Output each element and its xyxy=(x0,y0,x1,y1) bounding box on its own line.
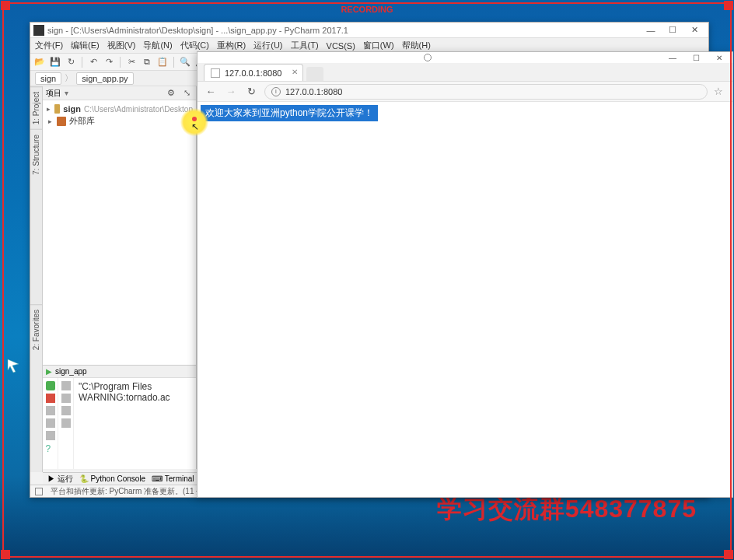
paste-icon[interactable]: 📋 xyxy=(156,56,169,68)
tree-external-label: 外部库 xyxy=(69,115,95,127)
window-title: sign - [C:\Users\Administrator\Desktop\s… xyxy=(47,26,348,35)
browser-titlebar: — ☐ ✕ xyxy=(197,52,732,63)
browser-tab[interactable]: 127.0.0.1:8080 ✕ xyxy=(204,64,303,81)
up-icon[interactable] xyxy=(61,381,71,390)
undo-icon[interactable]: ↶ xyxy=(87,56,100,68)
collapse-icon[interactable]: ⤡ xyxy=(180,87,193,100)
open-icon[interactable]: 📂 xyxy=(33,56,46,68)
recording-label: RECORDING xyxy=(341,5,393,14)
run-output[interactable]: "C:\Program Files WARNING:tornado.ac xyxy=(74,378,196,469)
address-bar[interactable]: i 127.0.0.1:8080 xyxy=(264,84,708,100)
page-icon xyxy=(211,68,220,78)
stop-icon[interactable] xyxy=(46,394,55,403)
run-line2: WARNING:tornado.ac xyxy=(79,392,170,403)
crumb-file[interactable]: sign_app.py xyxy=(76,72,133,85)
browser-minimize-button[interactable]: — xyxy=(664,53,681,62)
svg-marker-0 xyxy=(8,359,19,373)
tree-root[interactable]: ▸ sign C:\Users\Administrator\Desktop xyxy=(46,103,193,114)
tab-project[interactable]: 1: Project xyxy=(30,86,42,129)
rerun-icon[interactable] xyxy=(46,381,55,390)
gear-icon[interactable]: ⚙ xyxy=(165,87,177,100)
close-button[interactable]: ✕ xyxy=(683,23,705,37)
menu-refactor[interactable]: 重构(R) xyxy=(217,40,246,51)
address-url: 127.0.0.1:8080 xyxy=(285,87,342,96)
folder-icon xyxy=(54,104,61,114)
tree-external[interactable]: ▸ 外部库 xyxy=(46,114,193,128)
run-tool-window: ▶ sign_app ? "C:\Program Files WARNING:t… xyxy=(43,365,197,469)
menu-run[interactable]: 运行(U) xyxy=(253,40,282,51)
run-tools-left: ? xyxy=(43,378,58,469)
tree-root-path: C:\Users\Administrator\Desktop xyxy=(84,105,193,114)
exit-icon[interactable] xyxy=(46,418,55,428)
crumb-root[interactable]: sign xyxy=(35,72,61,85)
refresh-icon[interactable]: ↻ xyxy=(65,56,77,68)
site-info-icon[interactable]: i xyxy=(271,87,281,96)
menu-nav[interactable]: 导航(N) xyxy=(143,40,172,51)
tab-structure[interactable]: 7: Structure xyxy=(30,129,42,180)
browser-viewport[interactable]: 欢迎大家来到亚洲python学院公开课学！ xyxy=(197,102,732,497)
browser-user-icon[interactable] xyxy=(424,54,432,61)
maximize-button[interactable]: ☐ xyxy=(662,23,683,37)
nav-reload-button[interactable]: ↻ xyxy=(244,85,258,99)
trash-icon[interactable] xyxy=(46,431,55,440)
menu-window[interactable]: 窗口(W) xyxy=(363,40,394,51)
menu-vcs[interactable]: VCS(S) xyxy=(327,41,355,51)
menu-help[interactable]: 帮助(H) xyxy=(402,40,431,51)
titlebar: sign - [C:\Users\Administrator\Desktop\s… xyxy=(30,23,708,38)
btab-terminal[interactable]: ⌨ Terminal xyxy=(152,474,194,483)
run-tools-right xyxy=(58,378,74,469)
browser-window: — ☐ ✕ 127.0.0.1:8080 ✕ ← → ↻ i 127.0.0.1… xyxy=(197,51,733,498)
nav-forward-button[interactable]: → xyxy=(224,85,238,99)
status-square-icon[interactable] xyxy=(35,488,43,495)
save-icon[interactable]: 💾 xyxy=(49,56,61,68)
menu-tools[interactable]: 工具(T) xyxy=(291,40,319,51)
run-play-icon: ▶ xyxy=(46,367,52,376)
minimize-button[interactable]: — xyxy=(640,23,662,37)
pause-icon[interactable] xyxy=(46,406,55,415)
new-tab-button[interactable] xyxy=(306,67,323,81)
run-line1: "C:\Program Files xyxy=(79,381,152,392)
desktop-cursor-icon xyxy=(5,356,28,375)
tree-root-name: sign xyxy=(63,104,81,114)
print-icon[interactable] xyxy=(61,418,71,428)
menu-edit[interactable]: 编辑(E) xyxy=(71,40,100,51)
app-icon xyxy=(33,25,44,36)
tab-favorites[interactable]: 2: Favorites xyxy=(30,304,42,355)
nav-back-button[interactable]: ← xyxy=(204,85,218,99)
project-tree[interactable]: ▸ sign C:\Users\Administrator\Desktop ▸ … xyxy=(43,100,196,131)
redo-icon[interactable]: ↷ xyxy=(103,56,115,68)
wrap-icon[interactable] xyxy=(61,406,71,415)
browser-maximize-button[interactable]: ☐ xyxy=(687,53,704,62)
browser-tab-title: 127.0.0.1:8080 xyxy=(225,68,281,78)
btab-python-console[interactable]: 🐍 Python Console xyxy=(79,474,145,483)
down-icon[interactable] xyxy=(61,394,71,403)
project-scope-dropdown[interactable]: ▾ xyxy=(65,89,68,97)
copy-icon[interactable]: ⧉ xyxy=(141,56,153,68)
menu-file[interactable]: 文件(F) xyxy=(35,40,63,51)
welcome-heading: 欢迎大家来到亚洲python学院公开课学！ xyxy=(201,105,378,121)
browser-toolbar: ← → ↻ i 127.0.0.1:8080 ☆ xyxy=(197,82,732,102)
btab-run[interactable]: ▶ 运行 xyxy=(47,474,73,485)
browser-tab-strip: 127.0.0.1:8080 ✕ xyxy=(197,63,732,82)
cut-icon[interactable]: ✂ xyxy=(125,56,138,68)
project-panel-title: 项目 xyxy=(46,88,61,99)
project-tool-window: 项目 ▾ ⚙ ⤡ ▸ sign C:\Users\Administrator\D… xyxy=(43,86,197,365)
help-icon[interactable]: ? xyxy=(46,443,55,453)
bookmark-star-icon[interactable]: ☆ xyxy=(714,86,726,97)
find-icon[interactable]: 🔍 xyxy=(179,56,191,68)
menu-code[interactable]: 代码(C) xyxy=(180,40,209,51)
left-gutter: 1: Project 7: Structure 2: Favorites xyxy=(30,86,43,472)
menu-view[interactable]: 视图(V) xyxy=(107,40,136,51)
library-icon xyxy=(57,117,66,126)
browser-close-button[interactable]: ✕ xyxy=(711,53,728,62)
run-tab-title[interactable]: sign_app xyxy=(55,367,87,376)
tab-close-icon[interactable]: ✕ xyxy=(292,68,298,76)
